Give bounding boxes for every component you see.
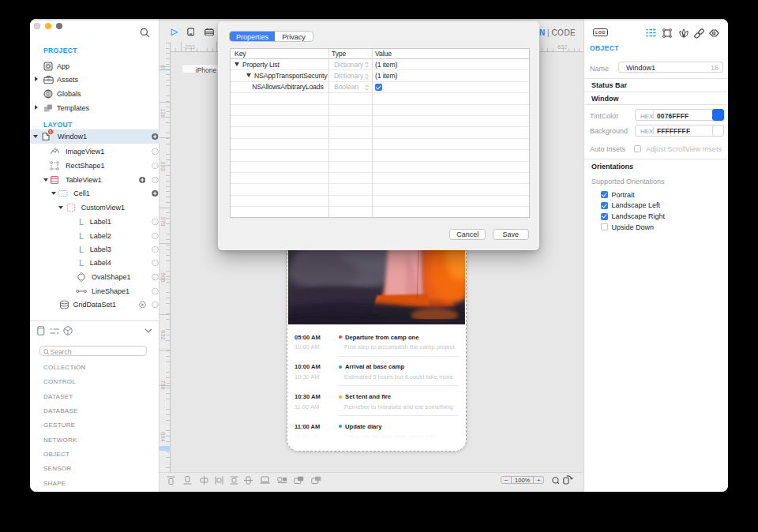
svg-text:L: L — [79, 259, 84, 268]
svg-text:L: L — [79, 245, 84, 253]
svg-text:L: L — [79, 231, 84, 240]
svg-text:L: L — [79, 218, 84, 227]
